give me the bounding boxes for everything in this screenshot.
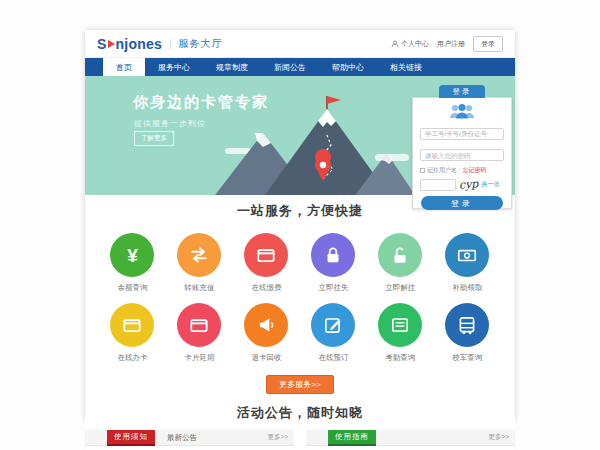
captcha-refresh-link[interactable]: 换一张 (481, 180, 499, 189)
captcha-row: cyp 换一张 (420, 178, 504, 191)
login-tab[interactable]: 登录 (439, 85, 485, 98)
list-icon (389, 314, 411, 336)
panel-notices: 使用须知 最新公告 更多>> (85, 430, 294, 450)
site-name: 服务大厅 (178, 37, 222, 51)
megaphone-icon (255, 314, 277, 336)
panel-notices-body (85, 446, 294, 450)
card-icon (121, 314, 143, 336)
service-card-extension[interactable]: 卡片延期 (166, 303, 233, 363)
login-panel: 登录 记住用户名 | 忘记密码 cyp 换一张 登录 (412, 97, 512, 209)
service-subsidy-collection[interactable]: 补助领取 (434, 233, 501, 293)
services-grid: ¥ 余额查询 转账充值 在线缴费 (85, 223, 515, 363)
more-services-button[interactable]: 更多服务>> (266, 375, 333, 394)
transfer-icon (188, 244, 210, 266)
service-cancel-loss[interactable]: 立即解挂 (367, 233, 434, 293)
main-nav: 首页 服务中心 规章制度 新闻公告 帮助中心 相关链接 (85, 58, 515, 76)
more-link-left[interactable]: 更多>> (267, 433, 288, 442)
captcha-image[interactable]: cyp (459, 177, 479, 191)
announcement-panels: 使用须知 最新公告 更多>> 使用指南 更多>> (85, 430, 515, 450)
header: S njones | 服务大厅 个人中心 用户注册 登录 (85, 30, 515, 58)
services-section: 一站服务，方便快捷 ¥ 余额查询 转账充值 在线缴费 (85, 195, 515, 394)
service-attendance-inquiry[interactable]: 考勤查询 (367, 303, 434, 363)
tab-latest-announcements[interactable]: 最新公告 (167, 433, 197, 443)
service-online-booking[interactable]: 在线预订 (300, 303, 367, 363)
username-input[interactable] (420, 128, 504, 140)
hero-cta-button[interactable]: 了解更多 (134, 131, 174, 146)
panel-guide-body (306, 446, 515, 450)
service-balance-inquiry[interactable]: ¥ 余额查询 (99, 233, 166, 293)
user-icon (391, 40, 399, 48)
tab-usage-notice[interactable]: 使用须知 (107, 430, 155, 446)
screenshot-canvas: S njones | 服务大厅 个人中心 用户注册 登录 首页 服务中心 规章制… (0, 0, 600, 450)
service-report-loss[interactable]: 立即挂失 (300, 233, 367, 293)
login-submit-button[interactable]: 登录 (421, 196, 503, 210)
header-login-button[interactable]: 登录 (473, 36, 503, 52)
service-online-payment[interactable]: 在线缴费 (233, 233, 300, 293)
announcements-title: 活动公告，随时知晓 (85, 404, 515, 422)
users-group-icon (420, 103, 504, 119)
logo-text-rest: njones (116, 36, 162, 52)
service-online-card-apply[interactable]: 在线办卡 (99, 303, 166, 363)
service-card-return[interactable]: 退卡回收 (233, 303, 300, 363)
nav-item-help-center[interactable]: 帮助中心 (319, 58, 377, 76)
hero-banner: 你身边的卡管专家 提供服务一步到位 了解更多 登录 (85, 76, 515, 195)
link-personal-center-label: 个人中心 (401, 39, 429, 49)
link-user-register[interactable]: 用户注册 (437, 39, 465, 49)
panel-guide: 使用指南 更多>> (306, 430, 515, 450)
bus-icon (456, 314, 478, 336)
hero-subtitle: 提供服务一步到位 (134, 118, 206, 129)
logo-text-s: S (97, 36, 107, 52)
tab-usage-guide[interactable]: 使用指南 (328, 430, 376, 446)
nav-item-news[interactable]: 新闻公告 (261, 58, 319, 76)
card-icon (188, 314, 210, 336)
nav-item-home[interactable]: 首页 (103, 58, 145, 76)
panel-guide-header: 使用指南 更多>> (306, 430, 515, 446)
captcha-input[interactable] (420, 179, 456, 191)
link-user-register-label: 用户注册 (437, 39, 465, 49)
remember-checkbox[interactable] (420, 168, 425, 173)
options-divider: | (459, 168, 461, 174)
yuan-icon: ¥ (127, 246, 138, 265)
lock-icon (322, 244, 344, 266)
nav-item-service-center[interactable]: 服务中心 (145, 58, 203, 76)
link-personal-center[interactable]: 个人中心 (391, 39, 429, 49)
password-input[interactable] (420, 149, 504, 161)
remember-label: 记住用户名 (427, 166, 457, 175)
mountain-illustration (205, 95, 415, 195)
service-school-bus-inquiry[interactable]: 校车查询 (434, 303, 501, 363)
announcements-section: 活动公告，随时知晓 使用须知 最新公告 更多>> 使用指南 更多>> (85, 394, 515, 450)
more-link-right[interactable]: 更多>> (488, 433, 509, 442)
card-icon (255, 244, 277, 266)
forgot-password-link[interactable]: 忘记密码 (463, 166, 487, 175)
login-options-row: 记住用户名 | 忘记密码 (420, 166, 504, 175)
site-window: S njones | 服务大厅 个人中心 用户注册 登录 首页 服务中心 规章制… (85, 30, 515, 420)
logo-divider: | (169, 38, 172, 49)
banknote-icon (456, 244, 478, 266)
nav-item-rules[interactable]: 规章制度 (203, 58, 261, 76)
unlock-icon (389, 244, 411, 266)
nav-item-related-links[interactable]: 相关链接 (377, 58, 435, 76)
panel-notices-header: 使用须知 最新公告 更多>> (85, 430, 294, 446)
edit-icon (322, 314, 344, 336)
header-links: 个人中心 用户注册 登录 (391, 36, 503, 52)
logo-arrow-icon (108, 40, 115, 48)
logo[interactable]: S njones (97, 36, 162, 52)
service-transfer-recharge[interactable]: 转账充值 (166, 233, 233, 293)
